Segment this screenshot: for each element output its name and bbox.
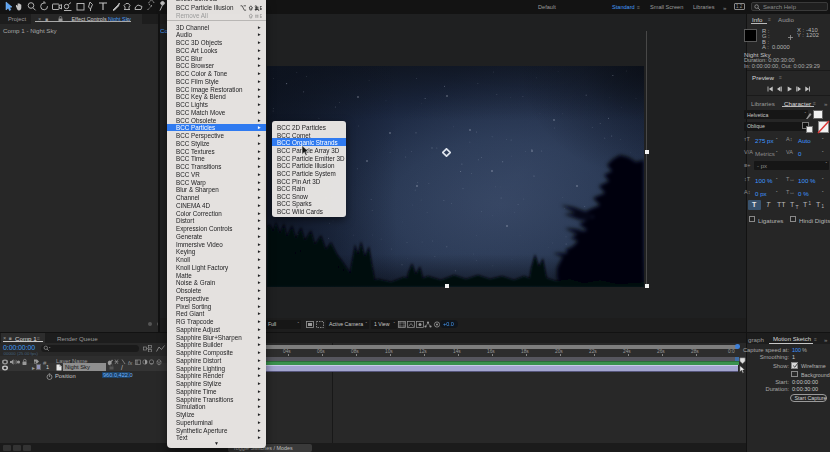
svg-text:E: E	[260, 13, 262, 19]
svg-text:E: E	[260, 5, 262, 11]
svg-text:fx: fx	[128, 359, 133, 365]
